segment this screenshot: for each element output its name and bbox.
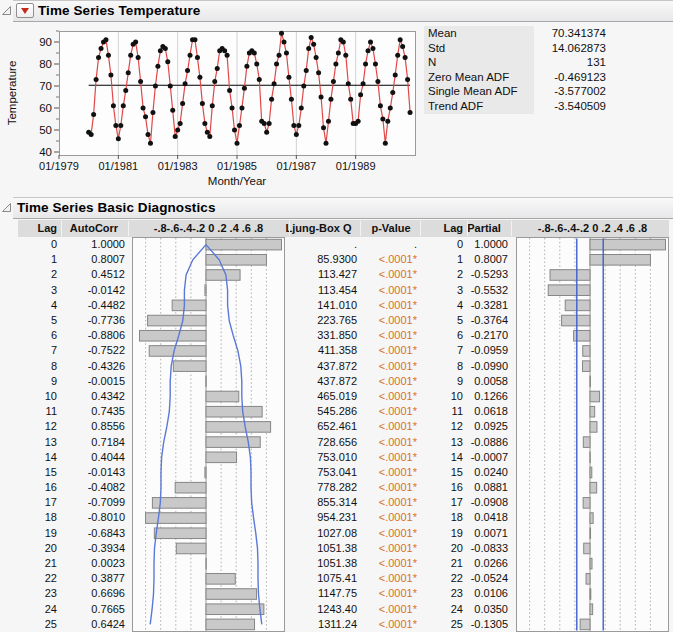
partial-cell: -0.0908 xyxy=(460,495,508,510)
partial-cell: -0.0524 xyxy=(460,571,508,586)
lag-cell: 20 xyxy=(0,541,57,556)
stat-label: Single Mean ADF xyxy=(424,84,534,99)
data-point-marker xyxy=(378,103,383,108)
data-point-marker xyxy=(173,134,178,139)
data-point-marker xyxy=(153,84,158,89)
data-point-marker xyxy=(165,59,170,64)
stat-value: 14.062873 xyxy=(534,41,608,56)
data-point-marker xyxy=(291,123,296,128)
data-point-marker xyxy=(336,51,341,56)
section-title-time-series: Time Series Temperature xyxy=(38,3,200,18)
data-point-marker xyxy=(311,42,316,47)
lag2-cell: 7 xyxy=(425,343,463,358)
acf-bar xyxy=(206,437,260,448)
lag2-cell: 6 xyxy=(425,328,463,343)
ljung-q-cell: 411.358 xyxy=(280,343,357,358)
p-value-cell: <.0001* xyxy=(365,586,417,601)
lag2-cell: 16 xyxy=(425,480,463,495)
pacf-bar xyxy=(574,330,590,341)
data-point-marker xyxy=(304,68,309,73)
stat-label: Zero Mean ADF xyxy=(424,70,534,85)
data-point-marker xyxy=(373,62,378,67)
acf-bar xyxy=(149,346,206,357)
ljung-q-cell: 113.427 xyxy=(280,267,357,282)
header-separator xyxy=(511,221,512,236)
p-value-cell: <.0001* xyxy=(365,510,417,525)
partial-cell: 0.0618 xyxy=(460,404,508,419)
data-point-marker xyxy=(281,40,286,45)
lag-cell: 23 xyxy=(0,586,57,601)
data-point-marker xyxy=(242,86,247,91)
stat-value: -3.577002 xyxy=(534,84,608,99)
partial-cell: -0.0959 xyxy=(460,343,508,358)
disclosure-triangle-open-icon[interactable] xyxy=(1,202,12,213)
acf-bar xyxy=(140,330,206,341)
pacf-bar xyxy=(590,589,591,600)
autocorr-cell: 0.7184 xyxy=(63,435,125,450)
partial-cell: 0.0881 xyxy=(460,480,508,495)
lag2-cell: 18 xyxy=(425,510,463,525)
p-value-cell: <.0001* xyxy=(365,359,417,374)
x-tick-label: 01/1989 xyxy=(336,160,376,172)
ljung-q-cell: 652.461 xyxy=(280,419,357,434)
data-point-marker xyxy=(155,64,160,69)
ljung-q-cell: 465.019 xyxy=(280,389,357,404)
p-value-cell: <.0001* xyxy=(365,435,417,450)
header-separator xyxy=(467,221,468,236)
header-separator xyxy=(289,221,290,236)
disclosure-triangle-open-icon[interactable] xyxy=(1,5,12,16)
ljung-q-cell: 437.872 xyxy=(280,374,357,389)
data-point-marker xyxy=(279,31,284,36)
acf-bar xyxy=(206,604,264,615)
lag2-cell: 15 xyxy=(425,465,463,480)
data-point-marker xyxy=(180,101,185,106)
lag-cell: 2 xyxy=(0,267,57,282)
stat-label: N xyxy=(424,55,534,70)
ljung-q-cell: 1027.08 xyxy=(280,526,357,541)
autocorr-cell: 0.0023 xyxy=(63,556,125,571)
partial-cell: 0.1266 xyxy=(460,389,508,404)
lag-cell: 18 xyxy=(0,510,57,525)
lag2-cell: 8 xyxy=(425,359,463,374)
partial-cell: 0.0071 xyxy=(460,526,508,541)
data-point-marker xyxy=(103,37,108,42)
lag2-cell: 25 xyxy=(425,617,463,632)
autocorr-cell: 1.0000 xyxy=(63,237,125,252)
p-value-cell: <.0001* xyxy=(365,450,417,465)
red-triangle-menu-button[interactable] xyxy=(16,3,34,18)
ljung-q-cell: 1311.24 xyxy=(280,617,357,632)
acf-bar xyxy=(206,406,262,417)
x-tick-label: 01/1987 xyxy=(276,160,316,172)
autocorr-cell: 0.4342 xyxy=(63,389,125,404)
lag-cell: 15 xyxy=(0,465,57,480)
data-point-marker xyxy=(370,46,375,51)
partial-cell: -0.2170 xyxy=(460,328,508,343)
data-point-marker xyxy=(267,121,272,126)
autocorr-cell: 0.6424 xyxy=(63,617,125,632)
stat-row: Single Mean ADF-3.577002 xyxy=(424,84,608,99)
lag2-cell: 3 xyxy=(425,283,463,298)
summary-statistics-table: Mean70.341374Std14.062873N131Zero Mean A… xyxy=(424,26,608,114)
x-tick-label: 01/1979 xyxy=(39,160,79,172)
ljung-q-cell: 1051.38 xyxy=(280,541,357,556)
y-tick-label: 50 xyxy=(39,124,52,136)
data-point-marker xyxy=(158,48,163,53)
data-point-marker xyxy=(254,62,259,67)
partial-cell: 0.0350 xyxy=(460,602,508,617)
stat-label: Std xyxy=(424,41,534,56)
pacf-bar xyxy=(583,361,590,372)
data-point-marker xyxy=(210,103,215,108)
p-value-cell: <.0001* xyxy=(365,541,417,556)
pacf-bar xyxy=(584,543,590,554)
data-point-marker xyxy=(170,108,175,113)
diagnostics-column-header: Lag AutoCorr -.8-.6-.4-.2 0 .2 .4 .6 .8 … xyxy=(18,220,669,237)
p-value-cell: <.0001* xyxy=(365,252,417,267)
col-header-acf-axis: -.8-.6-.4-.2 0 .2 .4 .6 .8 xyxy=(132,220,285,237)
y-tick-label: 70 xyxy=(39,80,52,92)
data-point-marker xyxy=(215,66,220,71)
data-point-marker xyxy=(375,79,380,84)
data-point-marker xyxy=(146,132,151,137)
data-point-marker xyxy=(94,77,99,82)
lag-cell: 5 xyxy=(0,313,57,328)
data-point-marker xyxy=(331,79,336,84)
